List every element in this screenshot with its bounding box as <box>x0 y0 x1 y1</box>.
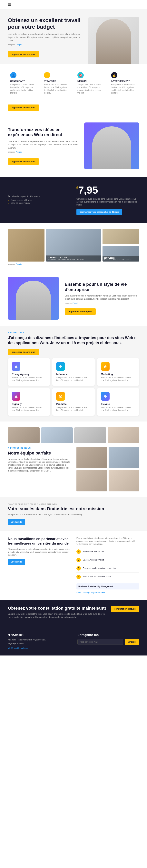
uni-items-list: 1 Nullam ante diam dictum 2 Maéclia nisl… <box>76 548 139 581</box>
consultant-icon: 👤 <box>10 72 17 78</box>
footer-register-title: Enregistre-moi <box>77 633 139 637</box>
pricing-left: Prix abordable pour tout le monde. Gratu… <box>8 195 71 205</box>
project-digitally: Digitally Sample text. Click to select t… <box>8 388 50 416</box>
transform-image-label: Image de Freepik <box>8 151 78 153</box>
projects-tag: MES PROJETS <box>8 332 139 334</box>
uni-name-3: Porcun et feucibus pretiam elementum <box>83 567 139 569</box>
gallery-item-4: SOUPLESSE Sample text. Click to select t… <box>102 246 139 261</box>
gallery-image-link[interactable]: Freepik <box>16 263 22 265</box>
nav-bar: ☰ <box>0 0 147 9</box>
team-photo-3 <box>74 427 106 443</box>
about-image-label: Image de Freepik <box>65 302 139 304</box>
investissement-text: Sample text. Click to select the text bo… <box>111 84 137 94</box>
transform-image-link[interactable]: Freepik <box>16 151 22 153</box>
project-rising-agency: Rising Agency Sample text. Click to sele… <box>8 358 50 386</box>
uni-item-4: 4 Nulla id velit cursus varius at life <box>76 573 139 581</box>
uni-cta-button[interactable]: Lire la suite <box>8 559 25 565</box>
pricing-desc: Commencez avec gratuites dans plusieurs … <box>76 197 139 206</box>
svg-rect-1 <box>59 365 62 368</box>
uni-name-1: Nullam ante diam dictum <box>83 550 139 553</box>
pricing-section: Prix abordable pour tout le monde. Gratu… <box>0 177 147 223</box>
strategie-text: Sample text. Click to select the text bo… <box>44 84 70 94</box>
pricing-cta-button[interactable]: Commencer votre essai gratuit de 30 jour… <box>76 209 122 215</box>
consultation-cta-button[interactable]: consultation gratuite <box>111 606 139 612</box>
transform-title: Transformez vos idées en expériences Web… <box>8 127 78 137</box>
mission-icon: 🎯 <box>77 72 84 78</box>
industry-section: AJOUTEZ PLUS DE VITESSE À VOTRE SITE WEB… <box>0 497 147 531</box>
rising-agency-text: Sample text. Click to select the text bo… <box>12 376 46 382</box>
features-learn-more-button[interactable]: apprendre encore plus <box>8 104 39 111</box>
uni-num-4: 4 <box>76 575 81 579</box>
footer-phone: +1(503) 516-9990 <box>8 642 70 645</box>
team-section: À PROPOS DE NOUS Notre équipe parfaite L… <box>0 422 147 497</box>
project-marketing: Marketing Sample text. Click to select t… <box>97 358 139 386</box>
feature-investissement: 💰 INVESTISSEMENT Sample text. Click to s… <box>109 70 139 97</box>
transform-image <box>84 122 139 169</box>
mission-text: Sample text. Click to select the text bo… <box>77 84 103 94</box>
uni-special: Business Sustainability Management <box>76 583 139 589</box>
project-elevate: Elevate Sample text. Click to select the… <box>97 388 139 416</box>
uni-left: Nous travaillons en partenariat avec les… <box>8 537 71 594</box>
footer-section: NiraConsult Nira York - 4625 Palmer Rd, … <box>0 627 147 655</box>
hero-text: Duis aute irure dolor in reprehenderit i… <box>8 32 84 42</box>
transform-content: Transformez vos idées en expériences Web… <box>8 127 78 165</box>
universities-section: Nous travaillons en partenariat avec les… <box>0 531 147 600</box>
team-photo-2 <box>41 427 73 443</box>
transform-section: Transformez vos idées en expériences Web… <box>0 115 147 177</box>
pricing-subtitle: Prix abordable pour tout le monde. <box>8 195 71 197</box>
footer-email-input[interactable] <box>77 639 123 645</box>
team-title: Notre équipe parfaite <box>8 451 71 456</box>
promote-logo <box>56 392 65 401</box>
transform-learn-more-button[interactable]: apprendre encore plus <box>8 158 39 165</box>
gallery-label-commercialisation: COMMERCIALISATION <box>48 257 99 258</box>
footer-input-row: S'inscrire <box>77 639 139 645</box>
pricing-right: £ 7,95 Commencez avec gratuites dans plu… <box>76 185 139 215</box>
consultant-title: CONSULTANT <box>10 80 36 82</box>
gallery-item-3 <box>102 229 139 244</box>
team-left: À PROPOS DE NOUS Notre équipe parfaite L… <box>8 447 71 491</box>
industry-cta-button[interactable]: Lire la suite <box>8 519 25 525</box>
elevate-text: Sample text. Click to select the text bo… <box>101 406 135 412</box>
uni-name-2: Maéclia nisl pharetra elit <box>83 559 139 561</box>
footer-submit-button[interactable]: S'inscrire <box>125 639 139 645</box>
about-learn-more-button[interactable]: apprendre encore plus <box>65 308 96 315</box>
footer-email[interactable]: info@rnira@gmail.com <box>8 647 28 649</box>
hero-title: Obtenez un excellent travail pour votre … <box>8 17 84 30</box>
team-member-photo-4 <box>108 470 139 491</box>
investissement-title: INVESTISSEMENT <box>111 80 137 82</box>
footer-address: Nira York - 4625 Palmer Rd, Anystreet US… <box>8 638 70 642</box>
strategie-title: STRATÉGIE <box>44 80 70 82</box>
uni-learn-link[interactable]: Learn how to grow your business <box>76 591 105 594</box>
pricing-check-1: Gratuit premium 30 jours <box>8 199 71 201</box>
transform-text: Duis aute irure dolor in reprehenderit i… <box>8 140 78 150</box>
consultation-section: Obtenez votre consultation gratuite main… <box>0 600 147 627</box>
projects-section: MES PROJETS J'ai conçu des dizaines d'in… <box>0 326 147 422</box>
about-image-link[interactable]: Freepik <box>73 302 78 304</box>
industry-title: Votre succès dans l'industrie est notre … <box>8 506 139 512</box>
uni-title: Nous travaillons en partenariat avec les… <box>8 537 71 546</box>
team-text: L'avantage d'avoir les familles du bon c… <box>8 458 71 472</box>
projects-grid: Rising Agency Sample text. Click to sele… <box>8 358 139 416</box>
consult-info: Obtenez votre consultation gratuite main… <box>8 606 107 621</box>
hero-section: Obtenez un excellent travail pour votre … <box>0 9 147 64</box>
team-photos-grid <box>76 447 139 491</box>
digitally-name: Digitally <box>12 403 22 405</box>
mission-title: MISSION <box>77 80 103 82</box>
hero-learn-more-button[interactable]: apprendre encore plus <box>8 51 39 57</box>
hamburger-icon[interactable]: ☰ <box>8 2 11 7</box>
footer-right: Enregistre-moi S'inscrire <box>77 633 139 650</box>
gallery-section: COMMERCIALISATION Sample text. Click to … <box>0 223 147 271</box>
team-photo-4 <box>107 427 139 443</box>
about-title: Ensemble pour un style de vie d'entrepri… <box>65 282 139 292</box>
uni-item-1: 1 Nullam ante diam dictum <box>76 548 139 556</box>
projects-title: J'ai conçu des dizaines d'interfaces att… <box>8 335 139 345</box>
team-member-photo-1 <box>76 447 107 468</box>
gallery-sub-souplesse: Sample text. Click to select the text bo… <box>104 259 138 261</box>
svg-marker-2 <box>103 365 107 368</box>
svg-point-5 <box>60 396 61 397</box>
uni-right: Entrez en relation à plateformes mieux p… <box>76 537 139 594</box>
marketing-logo <box>101 362 109 371</box>
projects-learn-more-button[interactable]: apprendre encore plus <box>8 349 39 355</box>
hero-image-link[interactable]: Freepik <box>16 44 22 46</box>
about-image <box>8 277 59 320</box>
